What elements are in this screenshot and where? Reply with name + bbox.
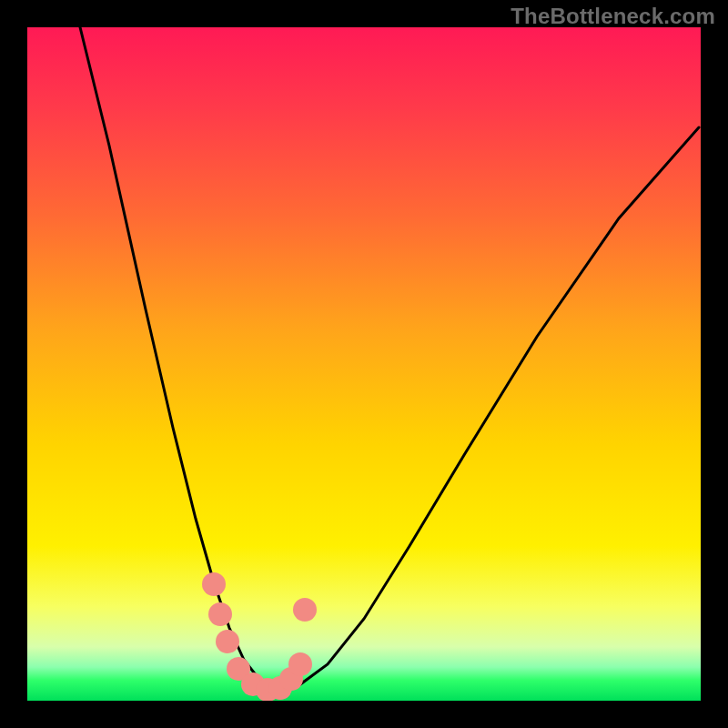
attribution-text: TheBottleneck.com (511, 4, 715, 29)
v-curve-line (80, 27, 699, 690)
curve-svg (27, 27, 701, 701)
plot-area (27, 27, 701, 701)
highlight-dot (208, 602, 232, 626)
highlight-dots (202, 572, 317, 701)
highlight-dot (288, 652, 312, 676)
highlight-dot (202, 572, 226, 596)
highlight-dot (293, 598, 317, 622)
highlight-dot (216, 630, 239, 653)
chart-frame: TheBottleneck.com (0, 0, 728, 728)
